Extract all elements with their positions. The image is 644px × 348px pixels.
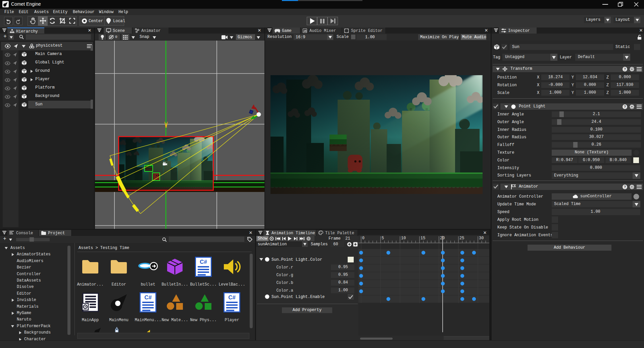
svg-text:C#: C#	[200, 259, 207, 265]
svg-text:25: 25	[459, 236, 464, 241]
svg-text:?: ?	[624, 67, 626, 71]
svg-text:?: ?	[624, 105, 626, 109]
svg-text:C#: C#	[144, 294, 152, 301]
svg-text:30: 30	[479, 236, 484, 241]
svg-text:?: ?	[624, 185, 626, 189]
svg-text:10: 10	[401, 236, 406, 241]
svg-text:15: 15	[420, 236, 425, 241]
svg-text:C#: C#	[228, 294, 236, 301]
svg-text:5: 5	[382, 236, 384, 241]
svg-text:0: 0	[362, 236, 364, 241]
